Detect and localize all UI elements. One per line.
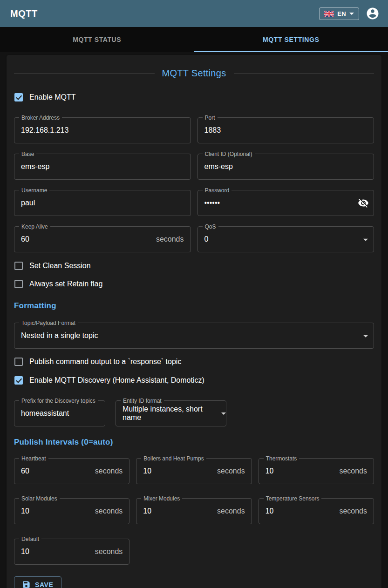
qos-label: QoS (203, 223, 218, 230)
mqtt-discovery-checkbox[interactable] (14, 376, 23, 385)
divider (14, 73, 155, 74)
discovery-prefix-field: Prefix for the Discovery topics (14, 400, 105, 426)
port-input[interactable] (198, 118, 374, 143)
topic-payload-format-select[interactable]: Topic/Payload Format Nested in a single … (14, 323, 374, 349)
password-field: Password (197, 190, 374, 216)
discovery-prefix-input[interactable] (14, 401, 105, 426)
thermostats-interval-field: Thermostats seconds (259, 458, 374, 484)
caret-down-icon (349, 13, 354, 15)
topic-payload-format-value: Nested in a single topic (14, 331, 98, 340)
solar-label: Solar Modules (19, 495, 60, 502)
clean-session-checkbox-row[interactable]: Set Clean Session (14, 260, 374, 272)
username-field: Username (14, 190, 191, 216)
client-id-input[interactable] (198, 154, 374, 179)
heartbeat-interval-field: Heartbeat seconds (14, 458, 129, 484)
enable-mqtt-label: Enable MQTT (29, 93, 76, 101)
formatting-section-title: Formatting (14, 301, 374, 311)
mixer-label: Mixer Modules (141, 495, 182, 502)
chevron-down-icon (363, 239, 368, 241)
settings-card: MQTT Settings Enable MQTT Broker Address… (7, 55, 381, 588)
solar-interval-field: Solar Modules seconds (14, 498, 129, 524)
publish-response-label: Publish command output to a `response` t… (29, 358, 181, 366)
broker-address-label: Broker Address (19, 114, 62, 122)
broker-address-input[interactable] (14, 118, 191, 143)
chevron-down-icon (221, 412, 226, 415)
broker-address-field: Broker Address (14, 117, 191, 143)
temperature-input[interactable] (259, 499, 374, 524)
discovery-prefix-label: Prefix for the Discovery topics (19, 397, 98, 405)
mixer-interval-field: Mixer Modules seconds (136, 498, 252, 524)
thermostats-label: Thermostats (264, 455, 300, 462)
username-label: Username (19, 187, 49, 194)
thermostats-input[interactable] (259, 459, 374, 484)
client-id-label: Client ID (Optional) (203, 150, 255, 158)
base-input[interactable] (14, 154, 191, 179)
mixer-input[interactable] (136, 499, 251, 524)
retain-flag-checkbox-row[interactable]: Always set Retain flag (14, 278, 374, 290)
language-selector[interactable]: EN (319, 7, 359, 20)
page-title-row: MQTT Settings (14, 66, 374, 80)
retain-flag-checkbox[interactable] (14, 280, 23, 288)
client-id-field: Client ID (Optional) (197, 154, 374, 180)
tab-mqtt-status[interactable]: MQTT STATUS (0, 27, 194, 52)
chevron-down-icon (363, 335, 368, 338)
entity-id-format-value: Multiple instances, short name (116, 405, 217, 422)
save-button-label: SAVE (35, 581, 54, 588)
qos-select[interactable]: QoS 0 (197, 226, 374, 252)
page-title: MQTT Settings (162, 68, 226, 79)
username-input[interactable] (14, 190, 191, 216)
keep-alive-label: Keep Alive (19, 223, 50, 230)
clean-session-checkbox[interactable] (14, 262, 23, 270)
entity-id-format-label: Entity ID format (121, 397, 164, 405)
keep-alive-input[interactable] (14, 227, 191, 252)
default-input[interactable] (14, 539, 129, 564)
save-icon (22, 580, 31, 588)
default-interval-field: Default seconds (14, 539, 129, 565)
boilers-input[interactable] (136, 459, 251, 484)
password-label: Password (203, 187, 232, 194)
app-header: MQTT EN (0, 0, 388, 27)
base-label: Base (19, 150, 36, 158)
mqtt-discovery-label: Enable MQTT Discovery (Home Assistant, D… (29, 376, 204, 385)
account-circle-icon (366, 7, 380, 20)
save-button[interactable]: SAVE (14, 576, 61, 588)
tab-bar: MQTT STATUS MQTT SETTINGS (0, 27, 388, 52)
retain-flag-label: Always set Retain flag (29, 280, 102, 288)
publish-intervals-section-title: Publish Intervals (0=auto) (14, 438, 374, 447)
avatar-button[interactable] (366, 7, 380, 20)
temperature-label: Temperature Sensors (264, 495, 322, 502)
tab-mqtt-settings[interactable]: MQTT SETTINGS (194, 27, 388, 52)
default-label: Default (19, 535, 41, 543)
enable-mqtt-checkbox-row[interactable]: Enable MQTT (14, 91, 374, 103)
publish-response-checkbox-row[interactable]: Publish command output to a `response` t… (14, 356, 374, 368)
port-label: Port (203, 114, 218, 122)
visibility-off-icon (358, 197, 369, 209)
language-label: EN (337, 10, 346, 17)
keep-alive-field: Keep Alive seconds (14, 226, 191, 252)
mqtt-discovery-checkbox-row[interactable]: Enable MQTT Discovery (Home Assistant, D… (14, 374, 374, 386)
temperature-interval-field: Temperature Sensors seconds (259, 498, 374, 524)
topic-payload-format-label: Topic/Payload Format (19, 319, 78, 327)
heartbeat-label: Heartbeat (19, 455, 48, 462)
solar-input[interactable] (14, 499, 129, 524)
heartbeat-input[interactable] (14, 459, 129, 484)
boilers-label: Boilers and Heat Pumps (141, 455, 206, 462)
divider (234, 73, 374, 74)
boilers-interval-field: Boilers and Heat Pumps seconds (136, 458, 252, 484)
qos-value: 0 (198, 235, 209, 243)
toggle-password-visibility-button[interactable] (358, 197, 369, 209)
uk-flag-icon (324, 11, 334, 17)
enable-mqtt-checkbox[interactable] (14, 93, 23, 101)
clean-session-label: Set Clean Session (29, 262, 91, 270)
port-field: Port (197, 117, 374, 143)
entity-id-format-select[interactable]: Entity ID format Multiple instances, sho… (116, 400, 226, 426)
base-field: Base (14, 154, 191, 180)
password-input[interactable] (198, 190, 374, 216)
publish-response-checkbox[interactable] (14, 358, 23, 366)
app-title: MQTT (10, 8, 38, 19)
